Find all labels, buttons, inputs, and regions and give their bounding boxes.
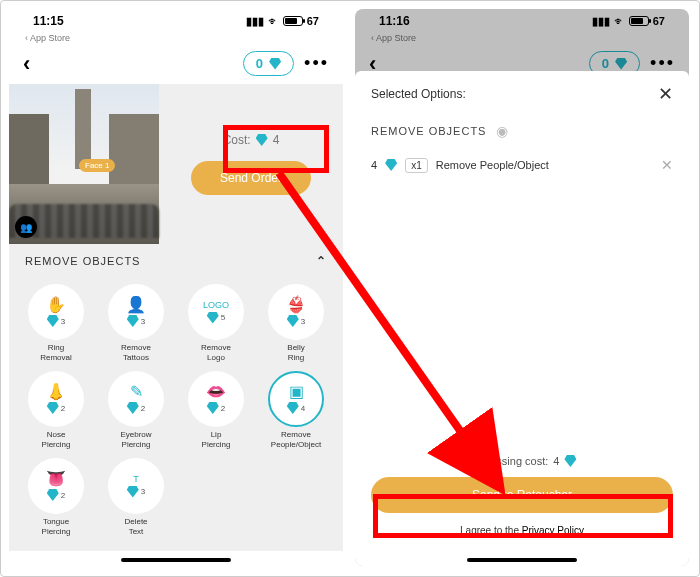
battery-text: 67 <box>307 15 319 27</box>
option-bubble[interactable]: T3 <box>108 458 164 514</box>
processing-label: Processing cost: <box>468 455 549 467</box>
gem-icon <box>127 486 139 498</box>
option-price-value: 3 <box>61 317 65 326</box>
option-price-value: 4 <box>301 404 305 413</box>
option-label: Tongue Piercing <box>42 517 71 537</box>
more-button[interactable]: ••• <box>304 53 329 74</box>
item-qty: x1 <box>405 158 428 173</box>
gem-icon <box>564 455 576 467</box>
remove-item-button[interactable]: ✕ <box>661 157 673 173</box>
option-nose-piercing[interactable]: 👃2Nose Piercing <box>19 371 93 450</box>
back-to-appstore[interactable]: App Store <box>9 33 343 47</box>
option-bubble[interactable]: 👃2 <box>28 371 84 427</box>
cost-label: Cost: <box>223 133 251 147</box>
option-eyebrow-piercing[interactable]: ✎2Eyebrow Piercing <box>99 371 173 450</box>
option-bubble[interactable]: ✋3 <box>28 284 84 340</box>
battery-icon <box>629 16 649 26</box>
home-indicator[interactable] <box>121 558 231 562</box>
signal-icon: ▮▮▮ <box>592 15 610 28</box>
option-bubble[interactable]: LOGO5 <box>188 284 244 340</box>
option-bubble[interactable]: ▣4 <box>268 371 324 427</box>
gem-icon <box>287 402 299 414</box>
option-price-value: 2 <box>141 404 145 413</box>
option-icon: ✎ <box>130 384 143 400</box>
option-ring-removal[interactable]: ✋3Ring Removal <box>19 284 93 363</box>
option-tongue-piercing[interactable]: 👅2Tongue Piercing <box>19 458 93 537</box>
gem-icon <box>615 58 627 70</box>
option-label: Remove Tattoos <box>121 343 151 363</box>
phone-left: 11:15 ▮▮▮ ᯤ 67 App Store ‹ 0 ••• Fac <box>5 5 347 570</box>
sheet-group-title: REMOVE OBJECTS <box>371 125 486 137</box>
credit-count: 0 <box>602 56 609 71</box>
option-bubble[interactable]: 👙3 <box>268 284 324 340</box>
send-order-button[interactable]: Send Order <box>191 161 311 195</box>
item-price: 4 <box>371 159 377 171</box>
home-indicator[interactable] <box>467 558 577 562</box>
gem-icon <box>256 134 268 146</box>
battery-icon <box>283 16 303 26</box>
hero-side: Cost: 4 Send Order <box>159 84 343 244</box>
option-price: 5 <box>207 312 225 324</box>
option-remove-tattoos[interactable]: 👤3Remove Tattoos <box>99 284 173 363</box>
status-right: ▮▮▮ ᯤ 67 <box>592 15 665 28</box>
option-price: 3 <box>127 315 145 327</box>
close-button[interactable]: ✕ <box>658 83 673 105</box>
agree-text: I agree to the Privacy Policy <box>371 525 673 536</box>
option-icon: 👅 <box>46 471 66 487</box>
send-to-retoucher-button[interactable]: Send to Retoucher <box>371 477 673 513</box>
option-delete-text[interactable]: T3Delete Text <box>99 458 173 537</box>
agree-prefix: I agree to the <box>460 525 522 536</box>
selected-options-sheet: Selected Options: ✕ REMOVE OBJECTS ◉ 4 x… <box>355 71 689 566</box>
people-icon[interactable]: 👥 <box>15 216 37 238</box>
option-bubble[interactable]: 👤3 <box>108 284 164 340</box>
processing-value: 4 <box>553 455 559 467</box>
signal-icon: ▮▮▮ <box>246 15 264 28</box>
privacy-policy-link[interactable]: Privacy Policy <box>522 525 584 536</box>
option-price: 2 <box>47 489 65 501</box>
option-price: 2 <box>127 402 145 414</box>
credit-pill[interactable]: 0 <box>243 51 294 76</box>
cost-line: Cost: 4 <box>223 133 280 147</box>
battery-text: 67 <box>653 15 665 27</box>
gem-icon <box>47 402 59 414</box>
back-to-appstore[interactable]: App Store <box>355 33 689 47</box>
gem-icon <box>385 159 397 171</box>
status-time: 11:15 <box>33 14 64 28</box>
option-price-value: 3 <box>301 317 305 326</box>
credit-count: 0 <box>256 56 263 71</box>
option-bubble[interactable]: 👄2 <box>188 371 244 427</box>
option-remove-people-object[interactable]: ▣4Remove People/Object <box>259 371 333 450</box>
option-label: Belly Ring <box>287 343 304 363</box>
processing-cost: Processing cost: 4 <box>371 455 673 467</box>
option-label: Nose Piercing <box>42 430 71 450</box>
face-tag[interactable]: Face 1 <box>79 159 115 172</box>
option-bubble[interactable]: 👅2 <box>28 458 84 514</box>
section-header[interactable]: REMOVE OBJECTS ⌃ <box>9 244 343 278</box>
option-remove-logo[interactable]: LOGO5Remove Logo <box>179 284 253 363</box>
option-icon: LOGO <box>203 301 229 310</box>
status-time: 11:16 <box>379 14 410 28</box>
option-price: 3 <box>287 315 305 327</box>
gem-icon <box>207 312 219 324</box>
option-price-value: 2 <box>61 404 65 413</box>
status-bar: 11:16 ▮▮▮ ᯤ 67 <box>355 9 689 33</box>
option-lip-piercing[interactable]: 👄2Lip Piercing <box>179 371 253 450</box>
option-label: Eyebrow Piercing <box>120 430 151 450</box>
sheet-title: Selected Options: <box>371 87 466 101</box>
gem-icon <box>127 402 139 414</box>
option-price: 4 <box>287 402 305 414</box>
uploaded-photo[interactable]: Face 1 👥 <box>9 84 159 244</box>
visibility-icon[interactable]: ◉ <box>496 123 509 139</box>
option-bubble[interactable]: ✎2 <box>108 371 164 427</box>
option-price: 3 <box>127 486 145 498</box>
app-header: ‹ 0 ••• <box>9 47 343 84</box>
option-icon: ✋ <box>46 297 66 313</box>
chevron-up-icon: ⌃ <box>316 254 327 268</box>
option-label: Delete Text <box>124 517 147 537</box>
option-label: Remove People/Object <box>271 430 321 450</box>
item-name: Remove People/Object <box>436 159 549 171</box>
option-belly-ring[interactable]: 👙3Belly Ring <box>259 284 333 363</box>
section-title: REMOVE OBJECTS <box>25 255 140 267</box>
back-button[interactable]: ‹ <box>23 53 30 75</box>
option-price: 3 <box>47 315 65 327</box>
